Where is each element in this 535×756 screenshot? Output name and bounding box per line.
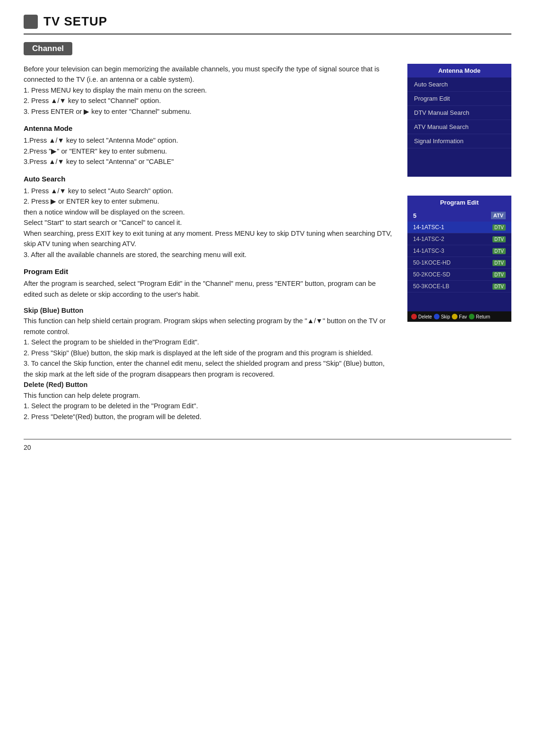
antenna-mode-heading: Antenna Mode — [24, 124, 393, 132]
program-edit-panel-header: Program Edit — [407, 196, 511, 209]
prog-label-2: 14-1ATSC-2 — [413, 236, 444, 242]
tv-setup-icon — [24, 15, 38, 29]
program-edit-content: After the program is searched, select "P… — [24, 278, 393, 300]
prog-label-4: 50-1KOCE-HD — [413, 259, 450, 266]
page-number: 20 — [24, 444, 31, 451]
footer-return-label: Return — [476, 314, 490, 319]
right-panels: Antenna Mode Auto Search Program Edit DT… — [407, 64, 511, 425]
auto-search-content: 1. Press ▲/▼ key to select "Auto Search"… — [24, 186, 393, 260]
intro-line-4: 3. Press ENTER or ▶ key to enter "Channe… — [24, 108, 191, 115]
prog-badge-4: DTV — [492, 260, 506, 266]
skip-section: Skip (Blue) Button This function can hel… — [24, 305, 393, 422]
intro-line-3: 2. Press ▲/▼ key to select "Channel" opt… — [24, 97, 161, 104]
header-divider — [24, 34, 511, 34]
channel-menu-header: Antenna Mode — [407, 64, 511, 77]
footer-skip-btn[interactable]: Skip — [434, 314, 450, 319]
channel-menu-item-signal-info[interactable]: Signal Information — [407, 134, 511, 148]
prog-badge-3: DTV — [492, 248, 506, 254]
prog-badge-2: DTV — [492, 236, 506, 242]
program-edit-item-6[interactable]: 50-3KOCE-LB DTV — [407, 281, 511, 292]
green-dot-icon — [469, 314, 475, 319]
program-edit-spacer — [407, 292, 511, 311]
program-edit-item-1[interactable]: 14-1ATSC-1 DTV — [407, 222, 511, 233]
program-edit-item-4[interactable]: 50-1KOCE-HD DTV — [407, 257, 511, 269]
channel-menu-item-dtv-manual[interactable]: DTV Manual Search — [407, 106, 511, 120]
page-title: TV SETUP — [43, 14, 107, 29]
prog-badge-6: DTV — [492, 284, 506, 290]
footer-skip-label: Skip — [441, 314, 450, 319]
program-edit-footer: Delete Skip Fav Return — [407, 311, 511, 322]
program-edit-heading: Program Edit — [24, 267, 393, 275]
footer-delete-label: Delete — [418, 314, 432, 319]
page-container: TV SETUP Channel Before your television … — [0, 0, 535, 470]
program-edit-number-badge: ATV — [491, 212, 506, 219]
program-edit-panel-wrapper: Program Edit 5 ATV 14-1ATSC-1 DTV 14-1AT… — [407, 196, 511, 322]
program-edit-panel: Program Edit 5 ATV 14-1ATSC-1 DTV 14-1AT… — [407, 196, 511, 322]
prog-label-5: 50-2KOCE-SD — [413, 271, 450, 278]
footer-delete-btn[interactable]: Delete — [411, 314, 432, 319]
delete-title: Delete (Red) Button — [24, 381, 87, 388]
intro-text: Before your television can begin memoriz… — [24, 64, 393, 117]
page-header: TV SETUP — [24, 14, 511, 29]
footer-fav-label: Fav — [459, 314, 467, 319]
footer-return-btn[interactable]: Return — [469, 314, 490, 319]
prog-badge-1: DTV — [492, 224, 506, 231]
program-edit-item-5[interactable]: 50-2KOCE-SD DTV — [407, 269, 511, 281]
yellow-dot-icon — [452, 314, 457, 319]
main-layout: Before your television can begin memoriz… — [24, 64, 511, 425]
intro-line-2: 1. Press MENU key to display the main me… — [24, 86, 207, 94]
antenna-mode-content: 1.Press ▲/▼ key to select "Antenna Mode"… — [24, 135, 393, 167]
channel-badge: Channel — [24, 42, 72, 55]
auto-search-heading: Auto Search — [24, 175, 393, 183]
program-edit-number: 5 — [413, 212, 416, 219]
channel-menu-item-program-edit[interactable]: Program Edit — [407, 92, 511, 106]
left-content: Before your television can begin memoriz… — [24, 64, 393, 425]
prog-label-6: 50-3KOCE-LB — [413, 283, 449, 290]
prog-badge-5: DTV — [492, 272, 506, 278]
footer-fav-btn[interactable]: Fav — [452, 314, 467, 319]
blue-dot-icon — [434, 314, 440, 319]
channel-menu-item-auto-search[interactable]: Auto Search — [407, 77, 511, 92]
channel-menu-spacer — [407, 148, 511, 177]
program-edit-item-2[interactable]: 14-1ATSC-2 DTV — [407, 233, 511, 245]
program-edit-item-3[interactable]: 14-1ATSC-3 DTV — [407, 245, 511, 257]
program-edit-number-row: 5 ATV — [407, 209, 511, 222]
skip-title: Skip (Blue) Button — [24, 307, 83, 314]
prog-label-3: 14-1ATSC-3 — [413, 248, 444, 254]
intro-line-1: Before your television can begin memoriz… — [24, 65, 380, 83]
channel-menu-panel: Antenna Mode Auto Search Program Edit DT… — [407, 64, 511, 177]
red-dot-icon — [411, 314, 417, 319]
bottom-divider — [24, 439, 511, 439]
prog-label-1: 14-1ATSC-1 — [413, 224, 444, 231]
channel-menu-item-atv-manual[interactable]: ATV Manual Search — [407, 120, 511, 134]
